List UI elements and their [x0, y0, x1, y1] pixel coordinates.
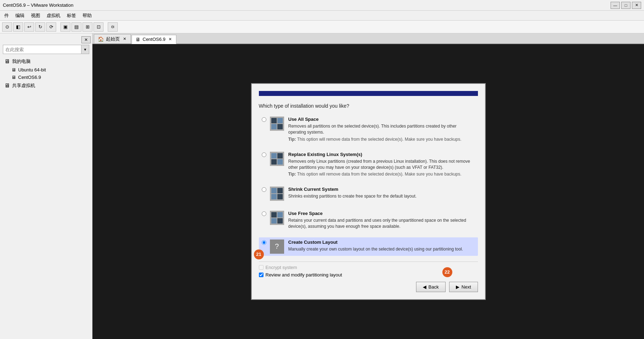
- option-use-all-space[interactable]: Use All Space Removes all partitions on …: [259, 114, 478, 144]
- radio-use-all-space[interactable]: [262, 117, 266, 122]
- button-row: 22 ◀ Back ▶ Next: [259, 282, 478, 292]
- tab-centos-label: CentOS6.9: [143, 37, 165, 42]
- tab-centos[interactable]: 🖥 CentOS6.9 ✕: [132, 35, 176, 44]
- menu-edit[interactable]: 编辑: [12, 11, 27, 20]
- sidebar-item-my-computer[interactable]: 🖥 我的电脑: [1, 57, 91, 66]
- centos-icon: 🖥: [11, 75, 16, 80]
- bottom-section: Encrypt system Review and modify partiti…: [259, 262, 478, 292]
- toolbar: ⊙ ◧ ↩ ↻ ⟳ ▣ ▤ ⊞ ⊡ ⛭: [0, 21, 644, 33]
- centos-tab-icon: 🖥: [135, 37, 140, 42]
- toolbar-btn-4[interactable]: ↻: [35, 22, 45, 32]
- back-arrow-icon: ◀: [423, 284, 426, 290]
- option-icon-shrink: [270, 187, 284, 201]
- toolbar-btn-8[interactable]: ⊞: [83, 22, 92, 32]
- option-title-use-all-space: Use All Space: [288, 117, 475, 122]
- toolbar-btn-3[interactable]: ↩: [24, 22, 34, 32]
- tab-centos-close[interactable]: ✕: [167, 37, 172, 42]
- tab-bar: 🏠 起始页 ✕ 🖥 CentOS6.9 ✕: [92, 33, 644, 44]
- toolbar-btn-1[interactable]: ⊙: [2, 22, 12, 32]
- option-content-custom: Create Custom Layout Manually create you…: [288, 240, 475, 252]
- ubuntu-icon: 🖥: [11, 67, 16, 72]
- option-icon-replace-linux: [270, 152, 284, 166]
- menu-vm[interactable]: 虚拟机: [44, 11, 63, 20]
- option-title-replace-linux: Replace Existing Linux System(s): [288, 152, 475, 157]
- option-tip-use-all-space: Tip: This option will remove data from t…: [288, 137, 475, 142]
- option-content-use-all-space: Use All Space Removes all partitions on …: [288, 117, 475, 142]
- menu-file[interactable]: 件: [1, 11, 12, 20]
- option-icon-use-all-space: [270, 117, 284, 131]
- badge-22: 22: [442, 267, 452, 277]
- option-desc-free-space: Retains your current data and partitions…: [288, 217, 475, 230]
- option-use-free-space[interactable]: Use Free Space Retains your current data…: [259, 209, 478, 232]
- shared-vms-icon: 🖥: [4, 82, 10, 89]
- option-content-free-space: Use Free Space Retains your current data…: [288, 211, 475, 230]
- toolbar-btn-10[interactable]: ⛭: [108, 22, 118, 32]
- tab-start-close[interactable]: ✕: [122, 37, 127, 42]
- toolbar-btn-2[interactable]: ◧: [13, 22, 23, 32]
- review-modify-label: Review and modify partitioning layout: [266, 272, 342, 278]
- minimize-button[interactable]: —: [611, 2, 620, 9]
- sidebar-item-shared-vms[interactable]: 🖥 共享虚拟机: [1, 81, 91, 90]
- sidebar-item-centos[interactable]: 🖥 CentOS6.9: [1, 74, 91, 81]
- radio-use-free-space[interactable]: [262, 211, 266, 216]
- option-icon-custom: ?: [270, 240, 284, 254]
- start-page-icon: 🏠: [98, 36, 104, 42]
- badge-21: 21: [254, 249, 264, 259]
- encrypt-system-checkbox[interactable]: [259, 265, 264, 270]
- radio-create-custom[interactable]: [262, 240, 266, 245]
- menu-bar: 件 编辑 视图 虚拟机 标签 帮助: [0, 11, 644, 21]
- option-icon-free-space: [270, 211, 284, 225]
- next-button[interactable]: ▶ Next: [449, 282, 478, 292]
- shared-vms-label: 共享虚拟机: [12, 82, 35, 89]
- option-content-shrink: Shrink Current System Shrinks existing p…: [288, 187, 475, 199]
- option-content-replace-linux: Replace Existing Linux System(s) Removes…: [288, 152, 475, 177]
- vm-dialog: Which type of installation would you lik…: [251, 83, 486, 300]
- option-title-free-space: Use Free Space: [288, 211, 475, 216]
- option-desc-use-all-space: Removes all partitions on the selected d…: [288, 123, 475, 135]
- close-button[interactable]: ✕: [632, 2, 641, 9]
- encrypt-system-label: Encrypt system: [266, 265, 297, 270]
- title-bar-text: CentOS6.9 – VMware Workstation: [3, 2, 611, 8]
- option-tip-replace-linux: Tip: This option will remove data from t…: [288, 172, 475, 177]
- tab-start-label: 起始页: [106, 36, 120, 42]
- toolbar-btn-9[interactable]: ⊡: [94, 22, 103, 32]
- dialog-header-bar: [259, 91, 478, 96]
- menu-help[interactable]: 帮助: [80, 11, 95, 20]
- option-desc-replace-linux: Removes only Linux partitions (created f…: [288, 158, 475, 171]
- title-bar: CentOS6.9 – VMware Workstation — □ ✕: [0, 0, 644, 11]
- computer-icon: 🖥: [4, 58, 10, 65]
- main-area: ✕ ▼ 🖥 我的电脑 🖥 Ubuntu 64-bit 🖥 CentOS6.9 🖥…: [0, 33, 644, 339]
- toolbar-btn-5[interactable]: ⟳: [46, 22, 56, 32]
- option-shrink-current[interactable]: Shrink Current System Shrinks existing p…: [259, 184, 478, 203]
- title-bar-controls: — □ ✕: [611, 2, 641, 9]
- centos-label: CentOS6.9: [18, 75, 41, 80]
- toolbar-btn-6[interactable]: ▣: [60, 22, 70, 32]
- radio-shrink-current[interactable]: [262, 187, 266, 192]
- menu-view[interactable]: 视图: [28, 11, 43, 20]
- option-desc-custom: Manually create your own custom layout o…: [288, 246, 475, 252]
- search-input[interactable]: [3, 46, 81, 53]
- option-title-shrink: Shrink Current System: [288, 187, 475, 192]
- my-computer-label: 我的电脑: [12, 58, 31, 65]
- option-title-custom: Create Custom Layout: [288, 240, 475, 245]
- sidebar-item-ubuntu[interactable]: 🖥 Ubuntu 64-bit: [1, 66, 91, 74]
- ubuntu-label: Ubuntu 64-bit: [18, 67, 46, 72]
- dialog-question: Which type of installation would you lik…: [259, 103, 478, 109]
- search-bar: ▼: [3, 45, 89, 54]
- sidebar-close-button[interactable]: ✕: [81, 36, 91, 43]
- option-create-custom[interactable]: ? Create Custom Layout Manually create y…: [259, 237, 478, 256]
- option-replace-linux[interactable]: Replace Existing Linux System(s) Removes…: [259, 150, 478, 179]
- toolbar-btn-7[interactable]: ▤: [71, 22, 81, 32]
- option-desc-shrink: Shrinks existing partitions to create fr…: [288, 193, 475, 199]
- tab-start-page[interactable]: 🏠 起始页 ✕: [94, 34, 131, 43]
- maximize-button[interactable]: □: [621, 2, 630, 9]
- back-button[interactable]: ◀ Back: [416, 282, 446, 292]
- sidebar: ✕ ▼ 🖥 我的电脑 🖥 Ubuntu 64-bit 🖥 CentOS6.9 🖥…: [0, 33, 92, 339]
- review-modify-checkbox[interactable]: [259, 273, 264, 277]
- next-arrow-icon: ▶: [456, 284, 459, 290]
- radio-replace-linux[interactable]: [262, 152, 266, 157]
- content-area: Which type of installation would you lik…: [92, 44, 644, 339]
- search-dropdown-arrow[interactable]: ▼: [81, 45, 89, 54]
- menu-tabs[interactable]: 标签: [64, 11, 79, 20]
